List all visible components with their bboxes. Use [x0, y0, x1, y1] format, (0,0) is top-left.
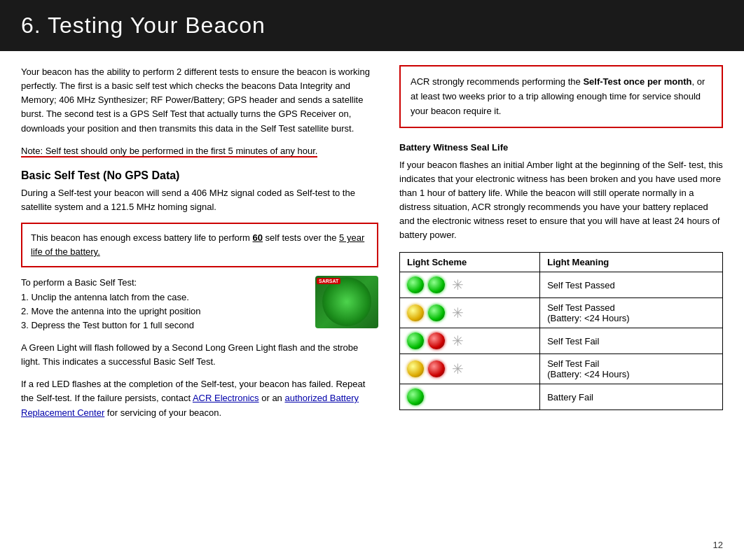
basic-intro-text: During a Self-test your beacon will send… — [21, 186, 378, 214]
led-green-icon-3 — [428, 304, 445, 321]
meaning-cell-1: Self Test Passed — [540, 272, 723, 298]
battery-box-text: This beacon has enough excess battery li… — [31, 232, 364, 257]
meaning-cell-5: Battery Fail — [540, 384, 723, 410]
led-green-icon-5 — [407, 388, 424, 405]
perform-section: SARSAT To perform a Basic Self Test: 1. … — [21, 276, 378, 341]
right-column: ACR strongly recommends performing the S… — [399, 65, 723, 428]
light-scheme-table: Light Scheme Light Meaning ✳ Self Test P… — [399, 252, 723, 410]
led-red-icon-2 — [428, 360, 445, 377]
table-row: ✳ Self Test Fail(Battery: <24 Hours) — [400, 354, 723, 384]
table-row: Battery Fail — [400, 384, 723, 410]
page-header: 6. Testing Your Beacon — [0, 0, 744, 51]
light-cell-1: ✳ — [400, 272, 540, 298]
intro-text: Your beacon has the ability to perform 2… — [21, 65, 378, 136]
table-row: ✳ Self Test Fail — [400, 328, 723, 354]
meaning-cell-2: Self Test Passed(Battery: <24 Hours) — [540, 298, 723, 328]
meaning-cell-3: Self Test Fail — [540, 328, 723, 354]
light-cell-4: ✳ — [400, 354, 540, 384]
light-cell-5 — [400, 384, 540, 410]
sarsat-image: SARSAT — [315, 276, 378, 328]
led-burst-gray: ✳ — [449, 276, 466, 293]
meaning-cell-4: Self Test Fail(Battery: <24 Hours) — [540, 354, 723, 384]
led-red-icon — [428, 332, 445, 349]
acr-link[interactable]: ACR Electronics — [193, 393, 259, 403]
led-green-icon-4 — [407, 332, 424, 349]
note-text: Note: Self test should only be performed… — [21, 144, 378, 158]
content-wrapper: Your beacon has the ability to perform 2… — [0, 65, 744, 449]
battery-box: This beacon has enough excess battery li… — [21, 223, 378, 267]
battery-text: If your beacon flashes an initial Amber … — [399, 158, 723, 243]
light-cell-2: ✳ — [400, 298, 540, 328]
acr-recommendation-box: ACR strongly recommends performing the S… — [399, 65, 723, 128]
led-yellow-icon — [407, 304, 424, 321]
led-burst-gray-2: ✳ — [449, 304, 466, 321]
page-title: 6. Testing Your Beacon — [21, 13, 723, 38]
table-row: ✳ Self Test Passed(Battery: <24 Hours) — [400, 298, 723, 328]
led-burst-gray-3: ✳ — [449, 332, 466, 349]
led-green-icon-2 — [428, 276, 445, 293]
table-header-row: Light Scheme Light Meaning — [400, 253, 723, 272]
col-light-meaning: Light Meaning — [540, 253, 723, 272]
led-yellow-icon-2 — [407, 360, 424, 377]
basic-self-test-heading: Basic Self Test (No GPS Data) — [21, 169, 378, 182]
page-number: 12 — [713, 540, 723, 550]
acr-box-text: ACR strongly recommends performing the S… — [411, 76, 705, 116]
light-cell-3: ✳ — [400, 328, 540, 354]
led-green-icon — [407, 276, 424, 293]
left-column: Your beacon has the ability to perform 2… — [21, 65, 378, 428]
battery-heading: Battery Witness Seal Life — [399, 141, 723, 155]
led-burst-gray-4: ✳ — [449, 360, 466, 377]
col-light-scheme: Light Scheme — [400, 253, 540, 272]
red-led-text: If a red LED flashes at the completion o… — [21, 377, 378, 419]
green-light-text: A Green Light will flash followed by a S… — [21, 341, 378, 369]
table-row: ✳ Self Test Passed — [400, 272, 723, 298]
